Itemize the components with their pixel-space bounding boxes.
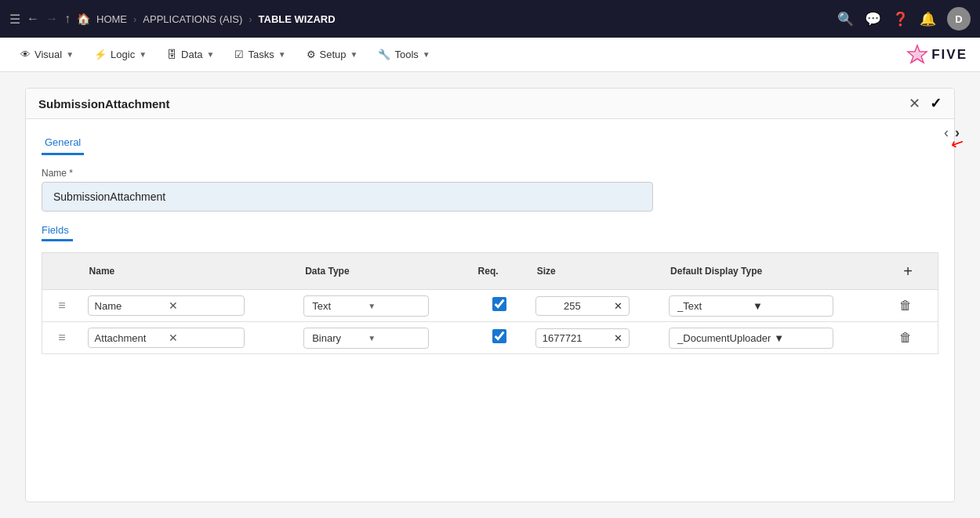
row-name-input-1[interactable]: Name ✕ (88, 295, 245, 316)
tools-chevron: ▼ (423, 50, 430, 59)
tab-bar: General (42, 132, 938, 155)
up-button[interactable]: ↑ (64, 12, 71, 26)
home-label[interactable]: HOME (96, 13, 127, 25)
tab-general[interactable]: General (42, 132, 84, 155)
separator-2: › (249, 13, 252, 25)
row-req-cell-1 (470, 290, 529, 322)
tab-general-label: General (45, 136, 81, 148)
breadcrumb: 🏠 HOME › APPLICATIONS (AIS) › TABLE WIZA… (77, 13, 336, 25)
visual-label: Visual (34, 49, 62, 60)
row-displaytype-dropdown-2[interactable]: _DocumentUploader ▼ (669, 328, 833, 349)
row-size-cell-2: 1677721 ✕ (529, 322, 662, 354)
hamburger-icon[interactable]: ☰ (9, 12, 20, 27)
fields-section-label[interactable]: Fields (42, 224, 938, 236)
five-logo-icon (906, 44, 928, 66)
logic-icon: ⚡ (94, 49, 107, 60)
col-add: + (888, 253, 938, 290)
forward-button[interactable]: → (45, 12, 58, 26)
search-icon[interactable]: 🔍 (837, 11, 854, 27)
name-field-input[interactable] (42, 182, 653, 212)
fields-section: Fields Name Data Type (42, 224, 938, 354)
eye-icon: 👁 (20, 49, 31, 60)
tools-icon: 🔧 (378, 49, 390, 60)
help-icon[interactable]: ❓ (892, 11, 909, 27)
avatar[interactable]: D (947, 7, 971, 31)
col-name: Name (82, 253, 298, 290)
toolbar-tasks[interactable]: ☑ Tasks ▼ (227, 45, 293, 63)
row-req-checkbox-2[interactable] (492, 329, 506, 343)
row-displaytype-cell-1: _Text ▼ (662, 290, 888, 322)
row-name-input-2[interactable]: Attachment ✕ (88, 328, 245, 348)
panel-header: SubmissionAttachment ✕ ✓ (26, 89, 954, 119)
row-handle-2[interactable]: ≡ (42, 322, 82, 354)
tasks-chevron: ▼ (278, 50, 286, 59)
setup-label: Setup (320, 49, 347, 60)
col-handle (42, 253, 82, 290)
row-datatype-dropdown-1[interactable]: Text ▼ (303, 295, 429, 317)
row-name-clear-1[interactable]: ✕ (169, 299, 238, 312)
bell-icon[interactable]: 🔔 (920, 11, 936, 27)
row-req-checkbox-1[interactable] (492, 297, 506, 311)
row-delete-cell-1: 🗑 (888, 290, 938, 322)
row-size-input-1[interactable]: 255 ✕ (535, 296, 630, 316)
fields-underline (42, 239, 73, 241)
main-toolbar: 👁 Visual ▼ ⚡ Logic ▼ 🗄 Data ▼ ☑ Tasks ▼ … (0, 38, 980, 72)
col-datatype: Data Type (297, 253, 470, 290)
home-icon: 🏠 (77, 13, 90, 25)
toolbar-data[interactable]: 🗄 Data ▼ (159, 45, 222, 63)
tasks-label: Tasks (248, 49, 274, 60)
col-display-type: Default Display Type (662, 253, 888, 290)
row-size-clear-2[interactable]: ✕ (585, 332, 622, 344)
row-datatype-cell-1: Text ▼ (297, 290, 470, 322)
toolbar-setup[interactable]: ⚙ Setup ▼ (299, 45, 366, 63)
col-size: Size (529, 253, 662, 290)
toolbar-logic[interactable]: ⚡ Logic ▼ (86, 45, 154, 63)
top-nav-bar: ☰ ← → ↑ 🏠 HOME › APPLICATIONS (AIS) › TA… (0, 0, 980, 38)
data-chevron: ▼ (207, 50, 215, 59)
nav-left: ☰ ← → ↑ 🏠 HOME › APPLICATIONS (AIS) › TA… (9, 12, 336, 27)
col-req: Req. (470, 253, 529, 290)
row-handle-1[interactable]: ≡ (42, 290, 82, 322)
logic-label: Logic (111, 49, 135, 60)
displaytype-chevron-1: ▼ (753, 300, 825, 312)
row-delete-button-2[interactable]: 🗑 (895, 327, 916, 349)
table-wizard-label[interactable]: TABLE WIZARD (259, 13, 336, 25)
panel-title: SubmissionAttachment (38, 97, 170, 110)
tasks-icon: ☑ (234, 49, 244, 60)
row-size-input-2[interactable]: 1677721 ✕ (535, 328, 630, 348)
tools-label: Tools (394, 49, 418, 60)
row-delete-button-1[interactable]: 🗑 (895, 295, 916, 317)
nav-right: 🔍 💬 ❓ 🔔 D (837, 7, 971, 31)
row-datatype-dropdown-2[interactable]: Binary ▼ (303, 328, 429, 349)
panel-wrapper: SubmissionAttachment ✕ ✓ General Nam (13, 80, 967, 510)
confirm-button[interactable]: ✓ (930, 95, 942, 112)
datatype-chevron-2: ▼ (368, 334, 420, 342)
panel-header-actions: ✕ ✓ (909, 95, 942, 112)
logic-chevron: ▼ (139, 50, 147, 59)
row-delete-cell-2: 🗑 (888, 322, 938, 354)
name-field-group: Name * (42, 168, 938, 212)
fields-table: Name Data Type Req. Size (42, 252, 938, 354)
back-button[interactable]: ← (27, 12, 39, 26)
close-button[interactable]: ✕ (909, 95, 920, 112)
prev-button[interactable]: ‹ (942, 123, 950, 143)
name-field-label: Name * (42, 168, 938, 179)
add-field-button[interactable]: + (896, 259, 920, 283)
setup-icon: ⚙ (307, 49, 316, 60)
applications-label[interactable]: APPLICATIONS (AIS) (143, 13, 242, 25)
separator-1: › (133, 13, 136, 25)
data-icon: 🗄 (167, 49, 177, 60)
table-row: ≡ Name ✕ Text (42, 290, 938, 322)
row-name-cell-1: Name ✕ (82, 290, 298, 322)
row-name-clear-2[interactable]: ✕ (169, 331, 238, 344)
data-label: Data (181, 49, 202, 60)
row-size-clear-1[interactable]: ✕ (584, 300, 622, 312)
row-datatype-cell-2: Binary ▼ (297, 322, 470, 354)
toolbar-tools[interactable]: 🔧 Tools ▼ (370, 45, 437, 63)
visual-chevron: ▼ (66, 50, 74, 59)
toolbar-visual[interactable]: 👁 Visual ▼ (13, 45, 82, 63)
table-row: ≡ Attachment ✕ (42, 322, 938, 354)
row-displaytype-cell-2: _DocumentUploader ▼ (662, 322, 888, 354)
chat-icon[interactable]: 💬 (865, 11, 881, 27)
row-displaytype-dropdown-1[interactable]: _Text ▼ (669, 295, 833, 317)
